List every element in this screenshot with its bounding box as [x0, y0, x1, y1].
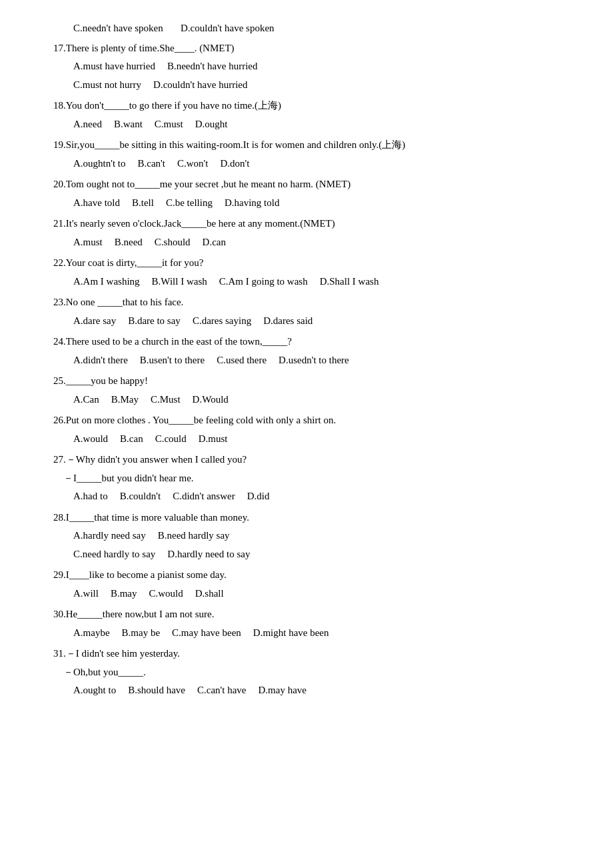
question-block-30: 30.He_____there now,but I am not sure.A.… [53, 606, 573, 641]
question-stem-21: 21.It's nearly seven o'clock.Jack_____be… [53, 215, 573, 233]
option-17-D: D.couldn't have hurried [153, 77, 247, 94]
question-stem-28: 28.I_____that time is more valuable than… [53, 509, 573, 527]
options-line-31: A.ought toB.should haveC.can't haveD.may… [53, 682, 573, 699]
question-block-26: 26.Put on more clothes . You_____be feel… [53, 412, 573, 447]
options-line-25: A.CanB.MayC.MustD.Would [53, 391, 573, 409]
options-row1-28: A.hardly need sayB.need hardly say [53, 527, 573, 545]
option-28-D: D.hardly need to say [167, 546, 250, 563]
option-18-A: A.need [73, 116, 102, 133]
option-30-C: C.may have been [172, 625, 241, 642]
option-28-C: C.need hardly to say [73, 546, 155, 563]
option-17-A: A.must have hurried [73, 58, 155, 75]
option-23-D: D.dares said [263, 313, 312, 330]
option-26-B: B.can [120, 431, 143, 448]
question-block-25: 25._____you be happy!A.CanB.MayC.MustD.W… [53, 373, 573, 408]
options-line-26: A.wouldB.canC.couldD.must [53, 431, 573, 448]
option-21-D: D.can [203, 234, 226, 251]
question-stem-22: 22.Your coat is dirty,_____it for you? [53, 255, 573, 272]
question-stem-18: 18.You don't_____to go there if you have… [53, 97, 573, 115]
question-block-29: 29.I____like to become a pianist some da… [53, 567, 573, 602]
question-stem-19: 19.Sir,you_____be sitting in this waitin… [53, 137, 573, 154]
question-stem-26: 26.Put on more clothes . You_____be feel… [53, 412, 573, 429]
options-line-19: A.oughtn't toB.can'tC.won'tD.don't [53, 155, 573, 173]
option-27-D: D.did [247, 488, 270, 505]
option-31-B: B.should have [128, 682, 185, 699]
options-line-30: A.maybeB.may beC.may have beenD.might ha… [53, 625, 573, 642]
question-block-24: 24.There used to be a church in the east… [53, 333, 573, 369]
question-stem-29: 29.I____like to become a pianist some da… [53, 567, 573, 584]
question-stem2-31: －Oh,but you_____. [53, 664, 573, 681]
option-22-C: C.Am I going to wash [219, 273, 308, 291]
question-stem-30: 30.He_____there now,but I am not sure. [53, 606, 573, 623]
option-23-B: B.dare to say [128, 313, 181, 330]
option-30-B: B.may be [122, 625, 161, 642]
question-stem-23: 23.No one _____that to his face. [53, 294, 573, 311]
option-19-C: C.won't [177, 155, 208, 173]
option-17-B: B.needn't have hurried [167, 58, 258, 75]
option-18-D: D.ought [195, 116, 228, 133]
option-26-D: D.must [199, 431, 228, 448]
option-18-B: B.want [114, 116, 143, 133]
question-block-18: 18.You don't_____to go there if you have… [53, 97, 573, 133]
option-31-C: C.can't have [197, 682, 247, 699]
option-24-C: C.used there [217, 352, 267, 369]
option-24-B: B.usen't to there [140, 352, 205, 369]
question-block-17: 17.There is plenty of time.She____. (NME… [53, 40, 573, 94]
option-28-B: B.need hardly say [158, 527, 230, 545]
option-21-A: A.must [73, 234, 103, 251]
option-22-B: B.Will I wash [152, 273, 207, 291]
option-31-D: D.may have [259, 682, 306, 699]
top-options-line: C.needn't have spoken D.couldn't have sp… [53, 20, 573, 37]
options-line-22: A.Am I washingB.Will I washC.Am I going … [53, 273, 573, 291]
option-23-C: C.dares saying [193, 313, 251, 330]
options-line-27: A.had toB.couldn'tC.didn't answerD.did [53, 488, 573, 505]
option-20-D: D.having told [225, 195, 280, 212]
option-26-C: C.could [155, 431, 187, 448]
question-stem-17: 17.There is plenty of time.She____. (NME… [53, 40, 573, 57]
question-block-22: 22.Your coat is dirty,_____it for you?A.… [53, 255, 573, 290]
option-30-A: A.maybe [73, 625, 110, 642]
option-25-A: A.Can [73, 391, 99, 409]
option-27-B: B.couldn't [120, 488, 161, 505]
option-21-C: C.should [155, 234, 191, 251]
options-line-24: A.didn't thereB.usen't to thereC.used th… [53, 352, 573, 369]
option-22-D: D.Shall I wash [320, 273, 379, 291]
option-18-C: C.must [155, 116, 183, 133]
option-21-B: B.need [115, 234, 143, 251]
question-stem-20: 20.Tom ought not to_____me your secret ,… [53, 176, 573, 193]
option-27-A: A.had to [73, 488, 108, 505]
question-stem-24: 24.There used to be a church in the east… [53, 333, 573, 351]
question-block-21: 21.It's nearly seven o'clock.Jack_____be… [53, 215, 573, 251]
option-23-A: A.dare say [73, 313, 116, 330]
question-block-31: 31.－I didn't see him yesterday.－Oh,but y… [53, 645, 573, 699]
options-row2-28: C.need hardly to sayD.hardly need to say [53, 546, 573, 563]
option-19-D: D.don't [220, 155, 249, 173]
question-stem-25: 25._____you be happy! [53, 373, 573, 390]
option-20-A: A.have told [73, 195, 120, 212]
question-stem-31: 31.－I didn't see him yesterday. [53, 645, 573, 663]
option-25-D: D.Would [193, 391, 229, 409]
options-line-29: A.willB.mayC.wouldD.shall [53, 585, 573, 603]
options-line-21: A.mustB.needC.shouldD.can [53, 234, 573, 251]
option-26-A: A.would [73, 431, 108, 448]
options-line-20: A.have toldB.tellC.be tellingD.having to… [53, 195, 573, 212]
option-19-B: B.can't [138, 155, 165, 173]
options-row2-17: C.must not hurryD.couldn't have hurried [53, 77, 573, 94]
option-29-A: A.will [73, 585, 99, 603]
question-block-23: 23.No one _____that to his face.A.dare s… [53, 294, 573, 329]
option-22-A: A.Am I washing [73, 273, 140, 291]
question-block-19: 19.Sir,you_____be sitting in this waitin… [53, 137, 573, 172]
options-line-18: A.needB.wantC.mustD.ought [53, 116, 573, 133]
option-30-D: D.might have been [253, 625, 329, 642]
question-block-20: 20.Tom ought not to_____me your secret ,… [53, 176, 573, 211]
options-row1-17: A.must have hurriedB.needn't have hurrie… [53, 58, 573, 75]
options-line-23: A.dare sayB.dare to sayC.dares sayingD.d… [53, 313, 573, 330]
top-c-option: C.needn't have spoken D.couldn't have sp… [73, 23, 275, 33]
option-24-A: A.didn't there [73, 352, 128, 369]
option-20-B: B.tell [132, 195, 154, 212]
option-25-B: B.May [111, 391, 139, 409]
option-29-D: D.shall [195, 585, 224, 603]
option-17-C: C.must not hurry [73, 77, 141, 94]
option-31-A: A.ought to [73, 682, 116, 699]
option-20-C: C.be telling [166, 195, 213, 212]
